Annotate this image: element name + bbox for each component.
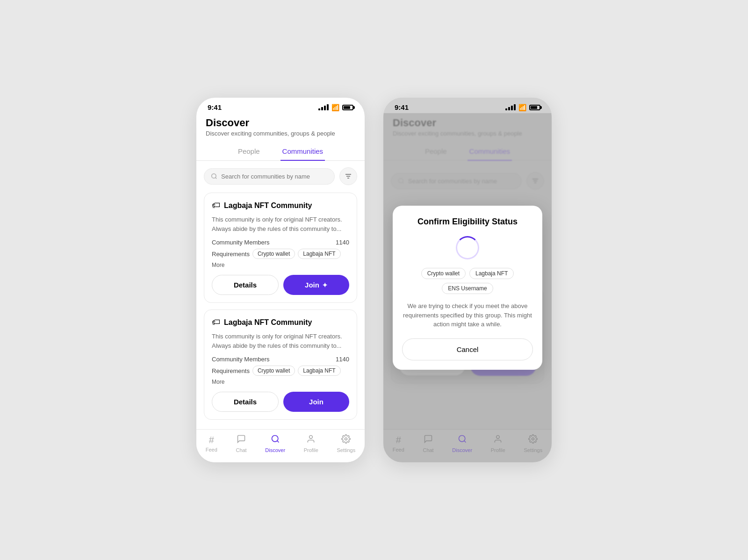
- tabs-1: People Communities: [196, 143, 365, 161]
- page-header-1: Discover Discover exciting communities, …: [196, 113, 365, 143]
- discover-icon-1: [271, 434, 280, 446]
- bottom-nav-1: # Feed Chat Discover: [196, 429, 365, 462]
- page-subtitle-1: Discover exciting communities, groups & …: [206, 130, 355, 137]
- community-card-1: 🏷 Lagbaja NFT Community This community i…: [204, 193, 357, 303]
- nav-chat-1[interactable]: Chat: [236, 434, 246, 453]
- profile-icon-1: [306, 434, 316, 446]
- phone-content-2: Discover Discover exciting communities, …: [383, 113, 552, 462]
- status-bar-2: 9:41 📶: [383, 98, 552, 113]
- signal-icon-2: [505, 104, 516, 110]
- status-time-1: 9:41: [208, 103, 222, 111]
- status-time-2: 9:41: [395, 103, 409, 111]
- search-wrap-1: [204, 168, 335, 185]
- svg-line-1: [216, 178, 217, 179]
- wifi-icon-1: 📶: [331, 104, 339, 111]
- nav-feed-1[interactable]: # Feed: [206, 435, 217, 452]
- req-tag-wallet-1: Crypto wallet: [252, 249, 295, 259]
- svg-point-8: [345, 438, 347, 440]
- card-desc-1: This community is only for original NFT …: [212, 215, 349, 233]
- join-label-2: Join: [309, 398, 324, 406]
- card-actions-2: Details Join: [212, 392, 349, 412]
- status-bar-1: 9:41 📶: [196, 98, 365, 113]
- join-button-1[interactable]: Join ✦: [283, 275, 349, 295]
- modal-description: We are trying to check if you meet the a…: [402, 302, 533, 329]
- svg-point-5: [272, 436, 278, 442]
- settings-icon-1: [341, 434, 351, 446]
- modal-tag-nft: Lagbaja NFT: [469, 268, 514, 279]
- profile-label-1: Profile: [304, 447, 318, 453]
- svg-point-7: [309, 436, 313, 439]
- modal-overlay: Confirm Eligibility Status Crypto wallet…: [383, 113, 552, 462]
- community-name-1: Lagbaja NFT Community: [224, 201, 312, 210]
- battery-icon-1: [342, 105, 353, 110]
- nav-settings-1[interactable]: Settings: [337, 434, 355, 453]
- card-actions-1: Details Join ✦: [212, 275, 349, 295]
- community-name-2: Lagbaja NFT Community: [224, 318, 312, 327]
- filter-icon-1: [345, 172, 352, 180]
- phone-screen-2: 9:41 📶 Discover Discov: [383, 98, 552, 462]
- status-icons-2: 📶: [505, 104, 540, 111]
- req-more-1[interactable]: More: [212, 262, 224, 268]
- eligibility-modal: Confirm Eligibility Status Crypto wallet…: [393, 206, 542, 370]
- settings-label-1: Settings: [337, 447, 355, 453]
- feed-label-1: Feed: [206, 447, 217, 452]
- search-icon-1: [211, 173, 217, 179]
- modal-tag-ens: ENS Username: [442, 283, 493, 294]
- join-label-1: Join: [305, 281, 319, 289]
- card-title-row-2: 🏷 Lagbaja NFT Community: [212, 317, 349, 327]
- filter-button-1[interactable]: [339, 167, 357, 185]
- req-tag-nft-1: Lagbaja NFT: [298, 249, 340, 259]
- modal-tags: Crypto wallet Lagbaja NFT ENS Username: [402, 268, 533, 294]
- chat-label-1: Chat: [236, 447, 246, 453]
- phone-content-1: Discover Discover exciting communities, …: [196, 113, 365, 462]
- page-title-1: Discover: [206, 117, 355, 129]
- details-button-2[interactable]: Details: [212, 392, 279, 412]
- status-icons-1: 📶: [318, 104, 353, 111]
- svg-point-0: [212, 174, 216, 178]
- discover-label-1: Discover: [265, 447, 285, 453]
- cancel-button[interactable]: Cancel: [402, 338, 533, 360]
- svg-line-6: [277, 441, 279, 443]
- card-title-row-1: 🏷 Lagbaja NFT Community: [212, 201, 349, 210]
- members-label-2: Community Members: [212, 356, 270, 363]
- details-button-1[interactable]: Details: [212, 275, 279, 295]
- loading-spinner: [456, 236, 479, 259]
- community-card-2: 🏷 Lagbaja NFT Community This community i…: [204, 309, 357, 420]
- req-label-2: Requirements: [212, 367, 250, 374]
- signal-icon-1: [318, 104, 329, 110]
- card-desc-2: This community is only for original NFT …: [212, 332, 349, 350]
- cursor-icon-1: ✦: [322, 281, 328, 289]
- req-row-1: Requirements Crypto wallet Lagbaja NFT M…: [212, 249, 349, 268]
- search-row-1: [196, 167, 365, 185]
- req-label-1: Requirements: [212, 251, 250, 258]
- nav-profile-1[interactable]: Profile: [304, 434, 318, 453]
- members-count-1: 1140: [336, 239, 349, 246]
- phone-screen-1: 9:41 📶 Discover Discover exciting commun…: [196, 98, 365, 462]
- members-count-2: 1140: [336, 356, 349, 363]
- spinner-container: [402, 236, 533, 259]
- req-row-2: Requirements Crypto wallet Lagbaja NFT M…: [212, 366, 349, 385]
- nav-discover-1[interactable]: Discover: [265, 434, 285, 453]
- modal-tag-wallet: Crypto wallet: [421, 268, 466, 279]
- tab-people-1[interactable]: People: [236, 143, 262, 161]
- modal-title: Confirm Eligibility Status: [402, 217, 533, 227]
- chat-icon-1: [237, 434, 246, 446]
- req-tag-wallet-2: Crypto wallet: [252, 366, 295, 376]
- members-label-1: Community Members: [212, 239, 270, 246]
- req-more-2[interactable]: More: [212, 379, 224, 385]
- req-tag-nft-2: Lagbaja NFT: [298, 366, 340, 376]
- card-meta-1: Community Members 1140: [212, 239, 349, 246]
- feed-icon-1: #: [209, 435, 214, 445]
- join-button-2[interactable]: Join: [283, 392, 349, 412]
- community-icon-1: 🏷: [212, 201, 220, 210]
- battery-icon-2: [529, 105, 540, 110]
- community-icon-2: 🏷: [212, 317, 220, 327]
- tab-communities-1[interactable]: Communities: [280, 143, 325, 161]
- wifi-icon-2: 📶: [518, 104, 526, 111]
- card-meta-2: Community Members 1140: [212, 356, 349, 363]
- screens-container: 9:41 📶 Discover Discover exciting commun…: [196, 98, 552, 462]
- search-input-1[interactable]: [221, 173, 328, 180]
